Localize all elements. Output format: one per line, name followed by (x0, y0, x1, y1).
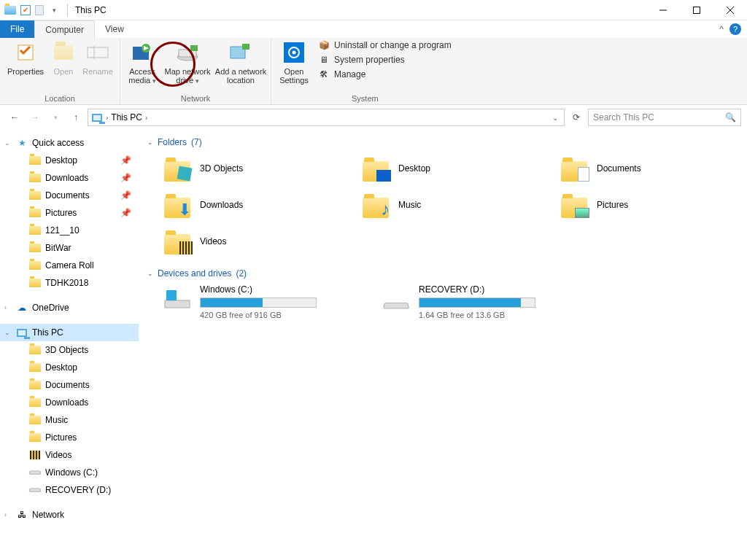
tab-view[interactable]: View (95, 20, 134, 38)
uninstall-button[interactable]: 📦Uninstall or change a program (318, 39, 452, 51)
nav-this-pc[interactable]: ⌄ This PC (0, 324, 139, 341)
address-box[interactable]: › This PC › ⌄ (88, 109, 565, 126)
nav-item[interactable]: 3D Objects (0, 341, 139, 359)
uninstall-icon: 📦 (318, 39, 330, 51)
properties-button[interactable]: Properties (3, 39, 48, 76)
ribbon-group-location: Properties Open Rename Location (0, 38, 120, 104)
nav-item[interactable]: Desktop📌 (0, 152, 139, 169)
nav-item[interactable]: Pictures (0, 429, 139, 446)
map-drive-icon (176, 41, 199, 64)
folder-item[interactable]: Videos (162, 226, 352, 257)
qat-checkbox-icon[interactable]: ✔ (20, 5, 31, 15)
chevron-right-icon[interactable]: › (4, 511, 7, 518)
folder-icon (29, 379, 41, 391)
chevron-down-icon[interactable]: ⌄ (147, 139, 153, 146)
rename-icon (86, 41, 109, 64)
nav-item[interactable]: TDHK2018 (0, 274, 139, 292)
up-button[interactable]: ↑ (67, 109, 85, 126)
drive-item[interactable]: RECOVERY (D:)1.64 GB free of 13.6 GB (381, 284, 570, 319)
nav-item[interactable]: Documents (0, 376, 139, 394)
folder-item[interactable]: Desktop (360, 153, 550, 184)
nav-item[interactable]: Camera Roll (0, 257, 139, 274)
collapse-ribbon-icon[interactable]: ^ (719, 24, 724, 34)
folder-item[interactable]: 3D Objects (162, 153, 352, 184)
folder-icon (29, 277, 41, 289)
address-dropdown-icon[interactable]: ⌄ (552, 114, 561, 122)
folder-icon (162, 153, 193, 184)
qat-doc-icon[interactable] (35, 5, 44, 15)
nav-quick-access[interactable]: ⌄ ★ Quick access (0, 134, 139, 152)
recent-dropdown[interactable]: ▾ (47, 109, 64, 126)
nav-network[interactable]: › 🖧 Network (0, 506, 139, 524)
chevron-down-icon[interactable]: ⌄ (4, 139, 10, 147)
folder-icon (29, 225, 41, 236)
close-button[interactable] (713, 0, 747, 20)
nav-item[interactable]: Videos (0, 446, 139, 464)
folder-item[interactable]: ♪Music (360, 190, 550, 220)
access-media-button[interactable]: Access media (123, 39, 161, 85)
folder-icon (29, 432, 41, 443)
nav-item[interactable]: Documents📌 (0, 187, 139, 204)
nav-item[interactable]: Downloads (0, 394, 139, 411)
folder-item[interactable]: ⬇Downloads (162, 190, 352, 220)
add-location-icon (229, 41, 252, 64)
window-title: This PC (75, 5, 107, 15)
properties-icon (14, 41, 37, 64)
chevron-down-icon[interactable]: ⌄ (4, 329, 10, 336)
system-properties-button[interactable]: 🖥System properties (318, 54, 452, 66)
chevron-right-icon[interactable]: › (4, 304, 7, 311)
folder-item[interactable]: Documents (559, 153, 747, 184)
nav-item[interactable]: Desktop (0, 359, 139, 376)
open-button[interactable]: Open (48, 39, 79, 76)
forward-button[interactable]: → (26, 109, 44, 126)
tab-computer[interactable]: Computer (34, 20, 95, 38)
star-icon: ★ (16, 137, 28, 149)
nav-item[interactable]: 121__10 (0, 222, 139, 239)
folder-item[interactable]: Pictures (559, 190, 747, 220)
nav-onedrive[interactable]: › ☁ OneDrive (0, 299, 139, 316)
nav-item[interactable]: RECOVERY (D:) (0, 481, 139, 499)
folder-icon (29, 172, 41, 184)
chevron-right-icon[interactable]: › (145, 114, 147, 122)
manage-button[interactable]: 🛠Manage (318, 69, 452, 80)
folder-icon (29, 207, 41, 219)
section-folders-header[interactable]: ⌄ Folders (7) (147, 137, 738, 147)
cloud-icon: ☁ (16, 302, 28, 314)
nav-item[interactable]: Music (0, 411, 139, 429)
main-area: ⌄ ★ Quick access Desktop📌Downloads📌Docum… (0, 130, 747, 560)
pc-icon (16, 327, 28, 338)
svg-rect-1 (694, 7, 700, 13)
folder-icon (29, 449, 41, 461)
tab-file[interactable]: File (0, 20, 34, 38)
search-input[interactable]: Search This PC 🔍 (588, 109, 741, 126)
maximize-button[interactable] (680, 0, 713, 20)
drive-item[interactable]: Windows (C:)420 GB free of 916 GB (162, 284, 352, 319)
add-network-location-button[interactable]: Add a network location (214, 39, 268, 85)
nav-item[interactable]: Windows (C:) (0, 464, 139, 481)
folder-icon (29, 467, 41, 478)
pin-icon: 📌 (120, 173, 131, 183)
open-settings-button[interactable]: Open Settings (274, 39, 314, 85)
qat-dropdown-icon[interactable]: ▾ (48, 4, 60, 16)
nav-pane: ⌄ ★ Quick access Desktop📌Downloads📌Docum… (0, 130, 139, 560)
back-button[interactable]: ← (6, 109, 23, 126)
folder-icon (29, 484, 41, 496)
chevron-down-icon[interactable]: ⌄ (147, 270, 153, 277)
section-drives-header[interactable]: ⌄ Devices and drives (2) (147, 268, 738, 279)
folder-icon (29, 155, 41, 166)
ribbon-group-system: Open Settings 📦Uninstall or change a pro… (271, 38, 459, 104)
breadcrumb[interactable]: This PC (111, 112, 142, 122)
nav-item[interactable]: BitWar (0, 239, 139, 257)
title-bar: ✔ ▾ This PC (0, 0, 747, 20)
map-network-drive-button[interactable]: Map network drive (161, 39, 214, 85)
open-icon (52, 41, 75, 64)
nav-item[interactable]: Pictures📌 (0, 204, 139, 222)
help-icon[interactable]: ? (729, 23, 741, 35)
svg-rect-14 (242, 44, 249, 50)
minimize-button[interactable] (646, 0, 680, 20)
nav-item[interactable]: Downloads📌 (0, 169, 139, 187)
chevron-right-icon[interactable]: › (106, 114, 108, 122)
rename-button[interactable]: Rename (79, 39, 117, 76)
svg-rect-18 (165, 300, 190, 308)
refresh-button[interactable]: ⟳ (568, 109, 585, 126)
